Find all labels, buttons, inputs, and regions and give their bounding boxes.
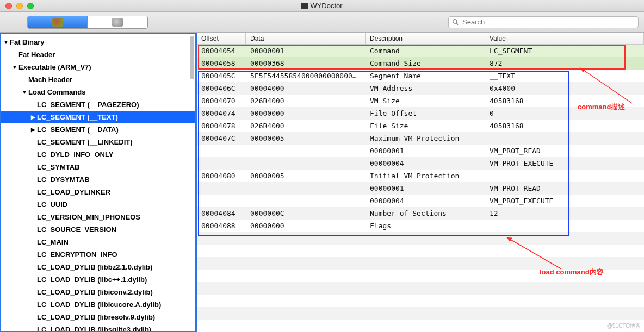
chevron-right-icon[interactable]: ▶ <box>29 127 37 133</box>
tree-item-label: LC_UUID <box>37 201 67 209</box>
sidebar: ▼Fat Binary▶Fat Header▼Executable (ARM_V… <box>0 33 197 332</box>
cell-value: __TEXT <box>485 72 644 80</box>
view-seg-right[interactable] <box>88 16 147 28</box>
tree-item[interactable]: ▶LC_MAIN <box>1 236 195 248</box>
cell-description: Command <box>366 47 485 55</box>
cell-data: 026B4000 <box>246 97 366 105</box>
tree-item[interactable]: ▶Fat Header <box>1 48 195 61</box>
tree-item-label: Load Commands <box>28 88 85 96</box>
tree-item[interactable]: ▶LC_LOAD_DYLIB (libresolv.9.dylib) <box>1 311 195 323</box>
tree-item[interactable]: ▶LC_SEGMENT (__PAGEZERO) <box>1 98 195 111</box>
tree-item[interactable]: ▶LC_SEGMENT (__DATA) <box>1 123 195 136</box>
tree-item[interactable]: ▶LC_SYMTAB <box>1 161 195 173</box>
search-input[interactable] <box>462 18 635 26</box>
tree-item-label: LC_SOURCE_VERSION <box>37 225 116 234</box>
tree-item[interactable]: ▶LC_LOAD_DYLIB (libsqlite3.dylib) <box>1 323 195 331</box>
table-row[interactable]: 00004078026B4000File Size40583168 <box>197 120 644 132</box>
col-offset[interactable]: Offset <box>197 33 246 44</box>
tree-item-label: Fat Header <box>18 51 55 59</box>
tree-item-label: Executable (ARM_V7) <box>18 63 91 71</box>
col-data[interactable]: Data <box>246 33 366 44</box>
sidebar-scrollbar[interactable] <box>190 36 194 79</box>
cell-description: 00000001 <box>366 147 485 155</box>
tree-item[interactable]: ▶LC_DYSYMTAB <box>1 173 195 186</box>
tree-item[interactable]: ▶Mach Header <box>1 73 195 86</box>
cell-offset: 00004070 <box>197 97 246 105</box>
table-row[interactable] <box>197 320 644 332</box>
cell-description: File Offset <box>366 109 485 117</box>
tree-item-label: LC_LOAD_DYLIB (libsqlite3.dylib) <box>37 325 151 331</box>
tree-item[interactable]: ▶LC_VERSION_MIN_IPHONEOS <box>1 211 195 223</box>
table-row[interactable]: 0000407400000000File Offset0 <box>197 107 644 120</box>
cell-description: Flags <box>366 222 485 230</box>
col-value[interactable]: Value <box>485 33 644 44</box>
cell-offset: 00004084 <box>197 209 246 217</box>
tree-item[interactable]: ▶LC_LOAD_DYLIB (libbz2.1.0.dylib) <box>1 261 195 273</box>
table-row[interactable]: 0000405800000368Command Size872 <box>197 57 644 70</box>
chevron-down-icon[interactable]: ▼ <box>2 39 10 45</box>
tree-item[interactable]: ▶LC_LOAD_DYLIB (libicucore.A.dylib) <box>1 298 195 311</box>
cell-data: 00000000 <box>246 109 366 117</box>
col-description[interactable]: Description <box>366 33 485 44</box>
tree-item[interactable]: ▼Load Commands <box>1 86 195 98</box>
table-header: Offset Data Description Value <box>197 33 644 45</box>
tree-item-label: LC_LOAD_DYLIB (libiconv.2.dylib) <box>37 288 153 296</box>
tree-item[interactable]: ▶LC_UUID <box>1 198 195 211</box>
chevron-down-icon[interactable]: ▼ <box>21 89 28 95</box>
cell-description: Initial VM Protection <box>366 172 485 180</box>
tree-item[interactable]: ▶LC_LOAD_DYLIB (libiconv.2.dylib) <box>1 286 195 298</box>
toolbar <box>0 12 644 33</box>
table-row[interactable]: 0000406C00004000VM Address0x4000 <box>197 82 644 95</box>
tree-item[interactable]: ▶LC_DYLD_INFO_ONLY <box>1 148 195 161</box>
cell-value: 872 <box>485 59 644 67</box>
cell-value: 40583168 <box>485 122 644 130</box>
tree-item[interactable]: ▼Fat Binary <box>1 36 195 48</box>
table-row[interactable]: 0000407C00000005Maximum VM Protection <box>197 132 644 145</box>
tree-item[interactable]: ▶LC_LOAD_DYLINKER <box>1 186 195 198</box>
annotation-command-label: command描述 <box>578 102 625 112</box>
table-row[interactable]: 00000001VM_PROT_READ <box>197 182 644 195</box>
table-row[interactable]: 0000408000000005Initial VM Protection <box>197 170 644 182</box>
tree-item-label: LC_DYSYMTAB <box>37 176 90 184</box>
table-row[interactable] <box>197 245 644 257</box>
tree-item[interactable]: ▶LC_ENCRYPTION_INFO <box>1 248 195 261</box>
table-row[interactable] <box>197 232 644 245</box>
chevron-right-icon[interactable]: ▶ <box>29 114 37 120</box>
search-field[interactable] <box>448 16 639 28</box>
table-row[interactable] <box>197 307 644 320</box>
tree-item-label: LC_SEGMENT (__LINKEDIT) <box>37 138 133 146</box>
cell-data: 00000005 <box>246 172 366 180</box>
tree-item-label: LC_LOAD_DYLINKER <box>37 188 110 196</box>
tree-item-label: Fat Binary <box>10 38 45 46</box>
tree-item[interactable]: ▶LC_SEGMENT (__LINKEDIT) <box>1 136 195 148</box>
view-segmented-control[interactable] <box>27 16 148 29</box>
app-icon <box>301 3 308 9</box>
annotation-content-label: load command内容 <box>540 267 604 277</box>
table-row[interactable] <box>197 282 644 295</box>
tree-item[interactable]: ▶LC_LOAD_DYLIB (libc++.1.dylib) <box>1 273 195 286</box>
cell-data: 00000368 <box>246 59 366 67</box>
window-title-text: WYDoctor <box>310 2 342 10</box>
table-row[interactable]: 00000001VM_PROT_READ <box>197 145 644 157</box>
view-seg-left[interactable] <box>28 16 88 28</box>
seg-right-icon <box>112 18 123 27</box>
watermark: @51CTO博客 <box>607 322 641 330</box>
window-titlebar: WYDoctor <box>0 0 644 12</box>
chevron-down-icon[interactable]: ▼ <box>11 64 18 70</box>
tree-item-label: LC_LOAD_DYLIB (libresolv.9.dylib) <box>37 313 155 321</box>
table-row[interactable]: 00004070026B4000VM Size40583168 <box>197 95 644 107</box>
tree-item[interactable]: ▼Executable (ARM_V7) <box>1 61 195 73</box>
table-row[interactable]: 0000408800000000Flags <box>197 220 644 232</box>
tree-item-label: LC_LOAD_DYLIB (libc++.1.dylib) <box>37 275 147 284</box>
table-row[interactable] <box>197 295 644 307</box>
table-row[interactable]: 00000004VM_PROT_EXECUTE <box>197 157 644 170</box>
table-row[interactable]: 000040840000000CNumber of Sections12 <box>197 207 644 220</box>
tree-item-label: LC_MAIN <box>37 238 69 246</box>
cell-value: 12 <box>485 209 644 217</box>
table-row[interactable]: 0000405400000001CommandLC_SEGMENT <box>197 45 644 57</box>
tree-item[interactable]: ▶LC_SEGMENT (__TEXT) <box>1 111 195 123</box>
table-row[interactable]: 00000004VM_PROT_EXECUTE <box>197 195 644 207</box>
cell-description: Number of Sections <box>366 209 485 217</box>
table-row[interactable]: 0000405C5F5F54455854000000000000…Segment… <box>197 70 644 82</box>
tree-item[interactable]: ▶LC_SOURCE_VERSION <box>1 223 195 236</box>
